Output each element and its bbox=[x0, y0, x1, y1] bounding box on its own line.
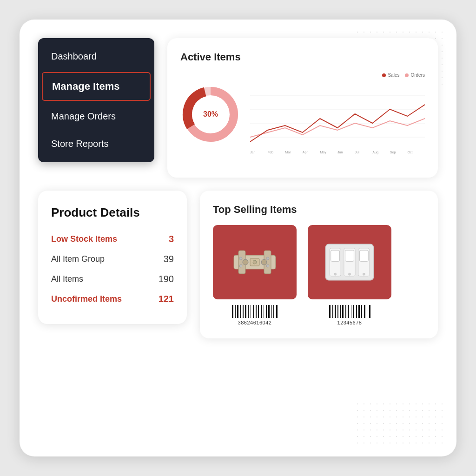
product-item-2: 12345678 bbox=[308, 225, 391, 325]
low-stock-row: Low Stock Items 3 bbox=[51, 229, 174, 249]
svg-text:Jan: Jan bbox=[250, 150, 256, 154]
svg-point-24 bbox=[253, 260, 257, 264]
sidebar-item-store-reports[interactable]: Store Reports bbox=[38, 130, 154, 158]
svg-point-26 bbox=[239, 264, 242, 267]
product-barcode-2: 12345678 bbox=[329, 303, 370, 325]
top-selling-title: Top Selling Items bbox=[213, 204, 425, 216]
product-barcode-number-2: 12345678 bbox=[337, 320, 362, 325]
product-image-1 bbox=[213, 225, 297, 299]
product-item-1: 38624616042 bbox=[213, 225, 297, 325]
product-barcode-1: 38624616042 bbox=[232, 303, 278, 325]
svg-text:Oct: Oct bbox=[407, 150, 413, 154]
top-selling-items-row: 38624616042 bbox=[213, 225, 425, 325]
svg-text:May: May bbox=[320, 150, 326, 154]
all-item-group-row: All Item Group 39 bbox=[51, 249, 174, 269]
legend-sales-dot bbox=[382, 73, 386, 77]
legend-orders: Orders bbox=[405, 73, 425, 78]
svg-point-21 bbox=[243, 259, 248, 265]
svg-text:Aug: Aug bbox=[372, 150, 378, 154]
top-selling-card: Top Selling Items bbox=[200, 191, 438, 338]
all-items-row: All Items 190 bbox=[51, 269, 174, 289]
svg-text:Mar: Mar bbox=[285, 150, 291, 154]
active-items-card: Active Items 30% bbox=[167, 38, 438, 178]
barcode-bars-1 bbox=[232, 303, 278, 318]
all-item-group-value: 39 bbox=[164, 254, 174, 264]
product-barcode-number-1: 38624616042 bbox=[238, 320, 272, 325]
legend-sales: Sales bbox=[382, 73, 399, 78]
svg-text:Jun: Jun bbox=[337, 150, 343, 154]
svg-point-25 bbox=[239, 257, 242, 260]
light-switch-icon bbox=[322, 239, 377, 285]
svg-text:Feb: Feb bbox=[268, 150, 273, 154]
dot-pattern-bottom bbox=[354, 401, 447, 447]
bottom-row: Product Details Low Stock Items 3 All It… bbox=[38, 191, 438, 338]
all-item-group-label: All Item Group bbox=[51, 254, 105, 264]
active-items-title: Active Items bbox=[180, 51, 425, 63]
svg-point-38 bbox=[363, 273, 365, 275]
donut-chart: 30% bbox=[180, 84, 241, 145]
svg-rect-33 bbox=[331, 250, 340, 261]
all-items-label: All Items bbox=[51, 274, 83, 284]
unconfirmed-items-row: Uncofirmed Items 121 bbox=[51, 289, 174, 309]
svg-point-22 bbox=[261, 259, 267, 265]
product-details-title: Product Details bbox=[51, 205, 174, 220]
legend-sales-label: Sales bbox=[388, 73, 399, 78]
product-image-2 bbox=[308, 225, 391, 299]
door-latch-icon bbox=[227, 234, 283, 290]
main-container: Dashboard Manage Items Manage Orders Sto… bbox=[20, 20, 456, 456]
svg-text:Jul: Jul bbox=[355, 150, 359, 154]
svg-rect-35 bbox=[359, 250, 368, 261]
svg-point-37 bbox=[348, 273, 350, 275]
legend-orders-dot bbox=[405, 73, 409, 77]
unconfirmed-items-label: Uncofirmed Items bbox=[51, 294, 122, 304]
svg-point-28 bbox=[266, 264, 269, 267]
product-details-card: Product Details Low Stock Items 3 All It… bbox=[38, 191, 187, 324]
svg-text:Sep: Sep bbox=[390, 150, 396, 154]
chart-legend: Sales Orders bbox=[250, 73, 425, 78]
unconfirmed-items-value: 121 bbox=[159, 294, 174, 304]
sidebar-item-manage-orders[interactable]: Manage Orders bbox=[38, 103, 154, 130]
sidebar-item-dashboard[interactable]: Dashboard bbox=[38, 43, 154, 70]
all-items-value: 190 bbox=[159, 274, 174, 284]
svg-point-36 bbox=[334, 273, 337, 275]
svg-rect-34 bbox=[345, 250, 354, 261]
top-row: Dashboard Manage Items Manage Orders Sto… bbox=[38, 38, 438, 178]
low-stock-value: 3 bbox=[169, 234, 174, 245]
svg-text:Apr: Apr bbox=[303, 150, 308, 154]
donut-percentage: 30% bbox=[203, 110, 218, 119]
line-chart-svg: Jan Feb Mar Apr May Jun Jul Aug Sep Oct bbox=[250, 81, 425, 156]
sidebar-nav: Dashboard Manage Items Manage Orders Sto… bbox=[38, 38, 154, 162]
barcode-bars-2 bbox=[329, 303, 370, 318]
svg-point-27 bbox=[266, 257, 269, 260]
sidebar-item-manage-items[interactable]: Manage Items bbox=[42, 72, 151, 101]
low-stock-label: Low Stock Items bbox=[51, 234, 117, 244]
line-chart: Sales Orders bbox=[250, 73, 425, 156]
legend-orders-label: Orders bbox=[410, 73, 425, 78]
active-items-content: 30% Sales Orders bbox=[180, 73, 425, 156]
